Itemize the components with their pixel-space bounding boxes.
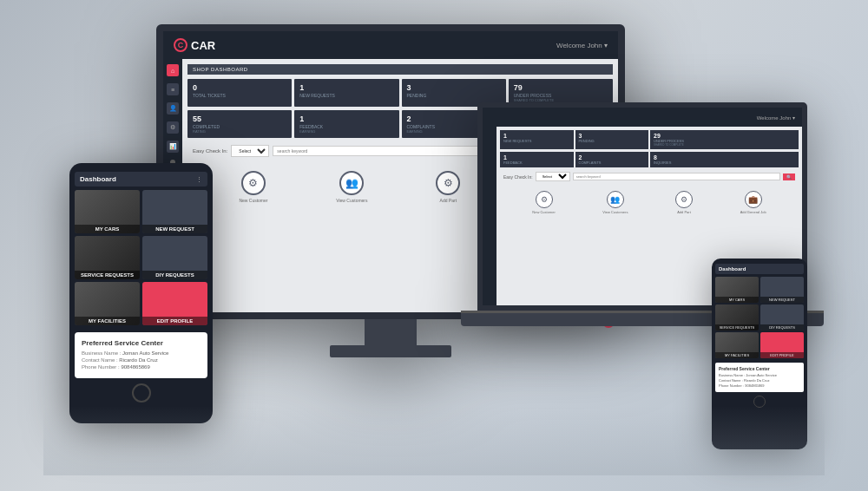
- laptop-stat-label: COMPLAINTS: [579, 160, 646, 165]
- view-customers-circle: 👥: [339, 171, 364, 195]
- new-customer-circle: ⚙: [241, 171, 266, 195]
- laptop-stat-complaints: 2 COMPLAINTS: [575, 152, 649, 167]
- phone-right-cell-diy-requests[interactable]: DIY REQUESTS: [760, 304, 804, 331]
- phone-cell-service-requests[interactable]: SERVICE REQUESTS: [75, 236, 140, 279]
- laptop-stat-num: 29: [654, 133, 795, 139]
- laptop-stats-row2: 1 FEEDBACK 2 COMPLAINTS 8 INQUIRIES: [500, 152, 799, 167]
- sidebar-chart-icon[interactable]: 📊: [167, 141, 179, 153]
- phone-right-business-row: Business Name : Joman Auto Service: [719, 373, 800, 377]
- phone-right-contact-row: Contact Name : Ricardo Da Cruz: [719, 378, 800, 383]
- phone-left-frame: Dashboard ⋮ MY CARS NEW REQUEST SERVICE …: [69, 163, 213, 423]
- laptop-stat-num: 1: [503, 133, 570, 139]
- stat-completed: 55 COMPLETED RATING: [187, 110, 292, 138]
- phone-right-info-card: Preferred Service Center Business Name :…: [715, 363, 804, 392]
- stat-total-tickets: 0 TOTAL TICKETS: [187, 79, 292, 107]
- phone-right-phone-label: Phone Number :: [719, 383, 744, 388]
- phone-right-dashboard-title: Dashboard: [719, 266, 746, 272]
- laptop-checkin-label: Easy Check In:: [503, 174, 533, 180]
- phone-info-contact: Ricardo Da Cruz: [119, 357, 157, 363]
- laptop-stat-label: PENDING: [579, 139, 646, 143]
- phone-cell-edit-profile[interactable]: EDIT PROFILE: [142, 282, 207, 325]
- laptop-new-customer-circle: ⚙: [536, 191, 553, 208]
- checkin-select[interactable]: Select: [231, 145, 269, 157]
- laptop-action-label: New Customer: [532, 210, 555, 214]
- phone-right-cell-edit-profile[interactable]: EDIT PROFILE: [760, 332, 804, 358]
- phone-cell-new-request[interactable]: NEW REQUEST: [142, 190, 207, 233]
- stat-number: 3: [407, 83, 501, 92]
- laptop-action-view-customers[interactable]: 👥 View Customers: [602, 191, 628, 214]
- laptop-action-add-job[interactable]: 💼 Add General Job: [740, 191, 766, 214]
- add-part-circle: ⚙: [436, 171, 460, 195]
- laptop-actions: ⚙ New Customer 👥 View Customers: [500, 186, 799, 219]
- phone-info-contact-row: Contact Name : Ricardo Da Cruz: [82, 357, 201, 363]
- section-title: SHOP DASHBOARD: [187, 64, 613, 75]
- stat-label: TOTAL TICKETS: [193, 93, 286, 98]
- phone-info-phone-row: Phone Number : 9084865869: [82, 364, 201, 370]
- laptop-checkin-select[interactable]: Select: [536, 172, 570, 181]
- phone-info-contact-label: Contact Name :: [82, 357, 118, 363]
- laptop-search-input[interactable]: [573, 173, 780, 180]
- sidebar-user-icon[interactable]: 👤: [167, 102, 179, 115]
- monitor-stand-base: [330, 345, 451, 357]
- phone-right-cell-label: MY FACILITIES: [715, 352, 759, 358]
- phone-right-phone-row: Phone Number : 9084865869: [719, 383, 800, 388]
- phone-info-phone-label: Phone Number :: [82, 364, 120, 370]
- phone-right-cell-label: MY CARS: [715, 297, 759, 303]
- phone-right-cell-my-cars[interactable]: MY CARS: [715, 277, 759, 303]
- laptop-stat-inquiries: 8 INQUIRIES: [650, 152, 799, 167]
- action-add-part[interactable]: ⚙ Add Part: [436, 171, 460, 203]
- laptop-share-icon: ⚙: [681, 195, 687, 204]
- phone-right-cell-my-facilities[interactable]: MY FACILITIES: [715, 332, 759, 358]
- laptop-stat-num: 3: [579, 133, 646, 139]
- laptop-welcome: Welcome John ▾: [757, 115, 795, 121]
- laptop-action-add-part[interactable]: ⚙ Add Part: [675, 191, 693, 214]
- phone-right-info-title: Preferred Service Center: [719, 366, 800, 371]
- app-topbar: C CAR Welcome John ▾: [163, 31, 618, 59]
- phone-cell-label: MY CARS: [75, 225, 140, 233]
- phone-dashboard-title: Dashboard: [80, 175, 116, 183]
- laptop-stat-pending: 3 PENDING: [575, 130, 649, 149]
- laptop-action-new-customer[interactable]: ⚙ New Customer: [532, 191, 555, 214]
- phone-left-home-button[interactable]: [132, 383, 151, 403]
- phone-right-cell-service-requests[interactable]: SERVICE REQUESTS: [715, 304, 759, 331]
- laptop-checkin-bar: Easy Check In: Select 🔍: [500, 170, 799, 183]
- logo-circle: C: [174, 38, 187, 52]
- action-label: New Customer: [239, 198, 267, 203]
- phone-right-cell-new-request[interactable]: NEW REQUEST: [760, 277, 804, 303]
- phone-info-business-name-label: Business Name :: [82, 350, 121, 356]
- share-icon: ⚙: [444, 177, 453, 189]
- sidebar-gear-icon[interactable]: ⚙: [167, 121, 179, 134]
- stat-feedback: 1 FEEDBACK EARNING: [294, 110, 398, 138]
- laptop-stat-num: 8: [654, 154, 795, 160]
- phone-cell-my-facilities[interactable]: MY FACILITIES: [75, 282, 140, 325]
- stat-number: 1: [299, 83, 393, 92]
- welcome-text: Welcome John ▾: [556, 42, 608, 49]
- app-title: CAR: [191, 39, 215, 52]
- phone-right-contact-label: Contact Name :: [719, 378, 743, 383]
- monitor-stand-neck: [365, 319, 417, 345]
- action-new-customer[interactable]: ⚙ New Customer: [239, 171, 267, 203]
- phone-cell-diy-requests[interactable]: DIY REQUESTS: [142, 236, 207, 279]
- phone-cell-my-cars[interactable]: MY CARS: [75, 190, 140, 233]
- stat-label: NEW REQUESTS: [299, 93, 393, 98]
- phone-info-card: Preferred Service Center Business Name :…: [75, 332, 207, 378]
- phone-right-cell-label: DIY REQUESTS: [760, 324, 804, 331]
- sidebar-list-icon[interactable]: ≡: [167, 83, 179, 95]
- action-view-customers[interactable]: 👥 View Customers: [336, 171, 367, 203]
- phone-right-business-name: Joman Auto Service: [746, 373, 777, 377]
- phone-info-phone: 9084865869: [121, 364, 149, 370]
- phone-right-business-label: Business Name :: [719, 373, 745, 377]
- laptop-search-button[interactable]: 🔍: [783, 173, 795, 180]
- phone-right-cell-label: SERVICE REQUESTS: [715, 324, 759, 331]
- laptop-stat-num: 1: [503, 154, 570, 160]
- gear-icon: ⚙: [248, 177, 258, 189]
- phone-cell-label: MY FACILITIES: [75, 317, 140, 325]
- phone-cell-label: SERVICE REQUESTS: [75, 271, 140, 279]
- laptop-stat-label: FEEDBACK: [503, 160, 570, 165]
- sidebar-home-icon[interactable]: ⌂: [167, 64, 179, 76]
- laptop-view-customers-circle: 👥: [607, 191, 624, 208]
- phone-cell-label: NEW REQUEST: [142, 225, 207, 233]
- laptop-users-icon: 👥: [610, 195, 620, 204]
- laptop-stat-sub: SHARED TO COMPLETE: [654, 143, 795, 147]
- laptop-stat-label: INQUIRIES: [654, 160, 795, 165]
